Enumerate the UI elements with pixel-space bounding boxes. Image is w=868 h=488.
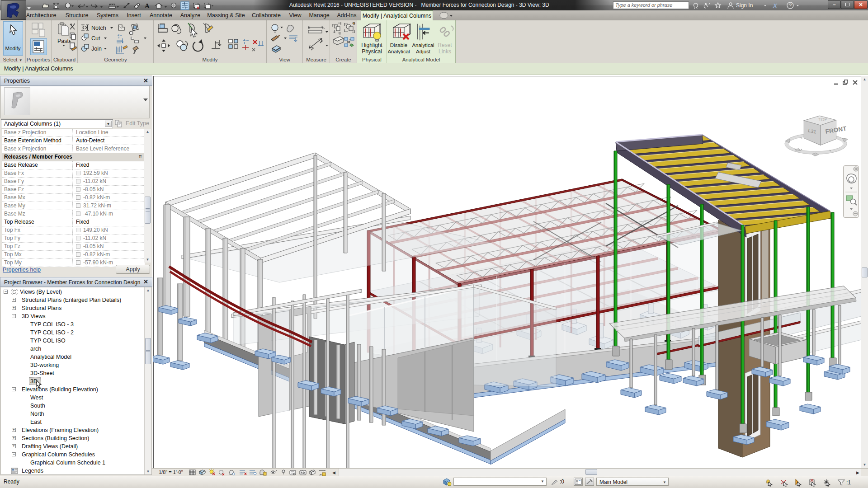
svg-text:Join: Join — [91, 46, 102, 52]
svg-text:TOP: TOP — [818, 117, 827, 122]
svg-text:Notch: Notch — [91, 25, 106, 31]
svg-text::1: :1 — [846, 479, 851, 486]
svg-text:?: ? — [789, 3, 792, 8]
svg-text:X: X — [773, 2, 778, 9]
svg-text:Sign In: Sign In — [736, 2, 753, 9]
svg-text:Cut: Cut — [91, 35, 100, 42]
svg-text:A: A — [145, 2, 150, 9]
